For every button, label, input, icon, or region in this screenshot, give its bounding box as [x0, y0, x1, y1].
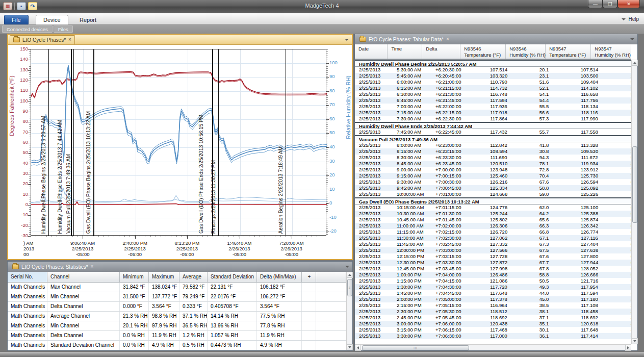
table-row[interactable]: 2/25/20136:45:00 AM+6:21:45:00117.59454.… [355, 97, 631, 104]
table-row[interactable]: 2/25/201312:15:00 PM+7:03:15:00127.72867… [355, 253, 631, 260]
minimize-button[interactable]: — [588, 0, 603, 8]
close-button[interactable]: ✕ [617, 0, 640, 8]
ribbon-button-connected-devices[interactable]: Connected devices [2, 26, 53, 33]
column-header[interactable]: Time [388, 44, 422, 59]
table-cell: 67.6 [615, 235, 631, 241]
table-row[interactable]: 2/25/20137:15:00 AM+6:22:15:00117.91856.… [355, 110, 631, 116]
column-header[interactable]: Minimum [120, 272, 149, 282]
table-row[interactable]: 2/25/20139:45:00 AM+7:00:45:00125.33458.… [355, 185, 631, 191]
table-row[interactable]: 2/25/201312:45:00 PM+7:03:45:00127.99867… [355, 266, 631, 272]
chart-panel-tab[interactable]: EtO Cycle Phases* × [10, 35, 75, 44]
close-icon[interactable]: × [446, 37, 449, 42]
table-row[interactable]: 2/25/20136:00:00 AM+6:21:00:00110.79051.… [355, 79, 631, 85]
column-header[interactable]: + [302, 272, 316, 282]
table-row[interactable]: 2/25/20131:15:00 PM+7:04:15:00121.08650.… [355, 278, 631, 284]
scrollbar-thumb[interactable]: ≡ [347, 279, 352, 296]
statistics-cell: 3.564 °F [149, 302, 179, 311]
ribbon-tab-device[interactable]: Device [36, 15, 68, 24]
table-row[interactable]: 2/25/20137:00:00 AM+6:22:00:00117.93655.… [355, 104, 631, 110]
column-header[interactable]: Maximum [149, 272, 179, 282]
ribbon-tab-file[interactable]: File [4, 15, 29, 24]
column-header[interactable]: N93547Temperature (°F) [546, 44, 591, 59]
table-row[interactable]: 2/25/201312:30:00 PM+7:03:30:00127.87267… [355, 260, 631, 266]
tabular-panel-tab[interactable]: EtO Cycle Phases: Tabular Data* × [356, 35, 452, 44]
statistics-row[interactable]: Math ChannelsMin Channel20.1 % RH97.9 % … [8, 321, 346, 331]
tabular-vertical-scrollbar[interactable] [631, 60, 637, 344]
close-icon[interactable]: × [91, 264, 94, 269]
column-header[interactable]: Serial No. [8, 272, 47, 282]
table-row[interactable]: 2/25/20132:15:00 PM+7:05:15:00116.96438.… [355, 302, 631, 309]
table-cell: 2/25/2013 [355, 185, 392, 191]
table-row[interactable]: 2/25/20138:15:00 AM+6:23:15:00108.59430.… [355, 148, 631, 155]
table-row[interactable]: 2/25/20132:30:00 PM+7:05:30:00118.51238.… [355, 309, 631, 315]
table-row[interactable]: 2/25/20137:30:00 AM+6:22:30:00117.86457.… [355, 116, 631, 122]
table-row[interactable]: 2/25/20138:00:00 AM+6:23:00:00112.84241.… [355, 142, 631, 148]
column-header[interactable]: Delta (Min/Max) [257, 272, 302, 282]
table-row[interactable]: 2/25/20135:45:00 AM+6:20:45:00103.32023.… [355, 73, 631, 79]
column-header[interactable]: N93546Temperature (°F) [460, 44, 506, 59]
table-row[interactable]: 2/25/20132:45:00 PM+7:05:45:00118.69237.… [355, 315, 631, 321]
scrollbar-thumb[interactable] [632, 146, 637, 223]
panel-menu-icon[interactable] [345, 266, 349, 268]
help-menu[interactable]: Help [622, 16, 639, 22]
panel-menu-icon[interactable] [630, 38, 634, 40]
series-temperature-max-channel-f- [31, 72, 327, 97]
table-row[interactable]: 2/25/201311:30:00 AM+7:02:30:00127.06267… [355, 235, 631, 241]
table-row[interactable]: 2/25/20135:30:00 AM+6:20:30:00107.51420.… [355, 67, 631, 73]
table-row[interactable]: 2/25/201310:45:00 AM+7:01:45:00125.80265… [355, 217, 631, 223]
table-row[interactable]: 2/25/20139:15:00 AM+7:00:15:00125.46070.… [355, 173, 631, 179]
table-row[interactable]: 2/25/20136:15:00 AM+6:21:15:00114.73252.… [355, 85, 631, 91]
table-row[interactable]: 2/25/20131:45:00 PM+7:04:45:00117.64844.… [355, 290, 631, 296]
table-row[interactable]: 2/25/201310:30:00 AM+7:01:30:00125.24464… [355, 211, 631, 217]
table-row[interactable]: 2/25/201311:00:00 AM+7:02:00:00126.30666… [355, 223, 631, 229]
panel-menu-icon[interactable] [345, 39, 349, 41]
table-row[interactable]: 2/25/20131:00:00 PM+7:04:00:00126.48658.… [355, 272, 631, 278]
statistics-row[interactable]: Math ChannelsMax Channel31.842 °F138.024… [8, 283, 346, 292]
table-cell: 123.948 [473, 167, 524, 173]
table-row[interactable]: 2/25/20132:00:00 PM+7:05:00:00117.37845.… [355, 296, 631, 302]
table-cell: 2/25/2013 [355, 229, 392, 235]
ribbon-button-files[interactable]: Files [54, 26, 73, 33]
maximize-button[interactable]: ❐ [603, 0, 617, 8]
table-row[interactable]: 2/25/20133:30:00 PM+7:06:30:00117.00036.… [355, 333, 631, 339]
table-cell: 39.9 [615, 302, 631, 309]
table-row[interactable]: 2/25/20138:45:00 AM+6:23:45:00120.51078.… [355, 161, 631, 167]
column-header[interactable]: Delta [422, 44, 460, 59]
table-row[interactable]: 2/25/201310:15:00 AM+7:01:15:00124.77662… [355, 205, 631, 211]
table-row[interactable]: 2/25/20138:30:00 AM+6:23:30:00111.69094.… [355, 155, 631, 161]
column-header[interactable]: Channel [47, 272, 120, 282]
column-header[interactable]: Standard Deviation [208, 272, 257, 282]
table-row[interactable]: 2/25/20131:30:00 PM+7:04:30:00117.72049.… [355, 284, 631, 290]
scrollbar-thumb[interactable]: ||| [362, 345, 469, 350]
statistics-row[interactable]: Math ChannelsStandard Deviation Channel0… [8, 341, 346, 350]
table-row[interactable]: 2/25/20137:45:00 AM+6:22:45:00117.43255.… [355, 129, 631, 135]
table-cell: 39.8 [615, 142, 631, 148]
close-icon[interactable]: × [68, 37, 71, 42]
column-header[interactable]: N93547Humidity (% RH) [591, 44, 631, 59]
window-title: MadgeTech 4 [0, 3, 644, 9]
table-row[interactable]: 2/25/20139:00:00 AM+7:00:00:00123.94872.… [355, 167, 631, 173]
table-row[interactable]: 2/25/201311:45:00 AM+7:02:45:00127.33267… [355, 241, 631, 247]
table-row[interactable]: 2/25/20136:30:00 AM+6:21:30:00116.74854.… [355, 91, 631, 97]
column-header[interactable]: Date [355, 44, 388, 59]
table-row[interactable]: 2/25/20139:30:00 AM+7:00:30:00126.21667.… [355, 179, 631, 185]
table-row[interactable]: 2/25/201312:00:00 PM+7:03:00:00127.56667… [355, 247, 631, 253]
table-row[interactable]: 2/25/20133:15:00 PM+7:06:15:00117.46830.… [355, 327, 631, 333]
statistics-row[interactable]: Math ChannelsDelta Channel0.000 °F3.564 … [8, 302, 346, 312]
statistics-vertical-scrollbar[interactable]: ≡ [346, 272, 352, 350]
table-row[interactable]: 2/25/20133:00:00 PM+7:06:00:00120.43835.… [355, 321, 631, 327]
ribbon-tab-report[interactable]: Report [72, 15, 104, 24]
table-row[interactable]: 2/25/201311:15:00 AM+7:02:15:00126.72066… [355, 229, 631, 235]
statistics-row[interactable]: Math ChannelsAverage Channel21.3 % RH98.… [8, 312, 346, 321]
statistics-row[interactable]: Math ChannelsMin Channel31.500 °F137.772… [8, 292, 346, 302]
table-cell: 7:00:00 AM [392, 104, 430, 110]
statistics-panel-tab[interactable]: EtO Cycle Phases: Statistics* × [9, 262, 96, 271]
table-row[interactable]: 2/25/201310:00:00 AM+7:01:00:00124.66859… [355, 191, 631, 197]
tabular-horizontal-scrollbar[interactable]: ||| [355, 344, 631, 350]
plot-area[interactable]: Humidity Dwell Phase Begins 2/25/2013 5:… [31, 49, 326, 236]
table-cell: 2/25/2013 [355, 191, 392, 197]
table-cell: 67.6 [524, 179, 564, 185]
column-header[interactable]: Average [179, 272, 208, 282]
column-header[interactable]: N93546Humidity (% RH) [506, 44, 546, 59]
statistics-row[interactable]: Math ChannelsDelta Channel0.0 % RH11.9 %… [8, 331, 346, 341]
